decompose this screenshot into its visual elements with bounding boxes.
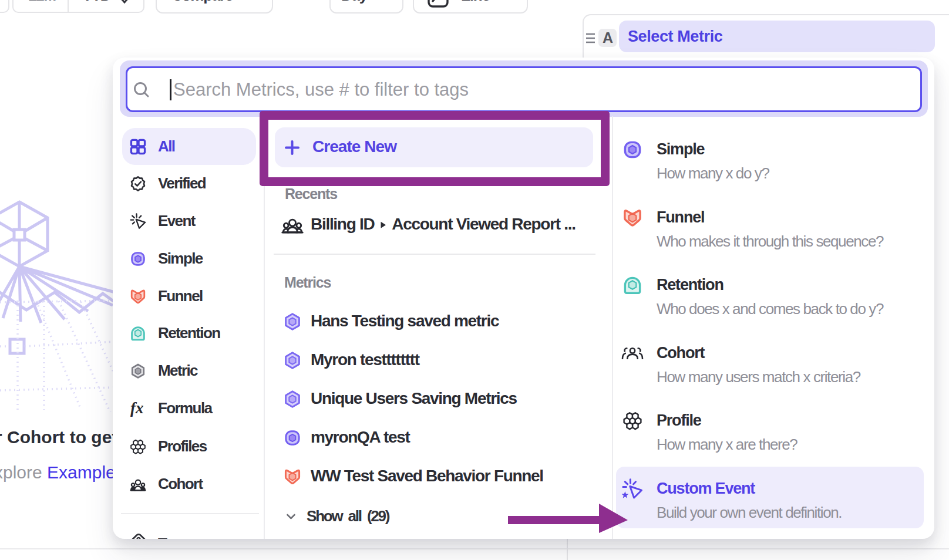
svg-text:fx: fx <box>130 400 144 417</box>
